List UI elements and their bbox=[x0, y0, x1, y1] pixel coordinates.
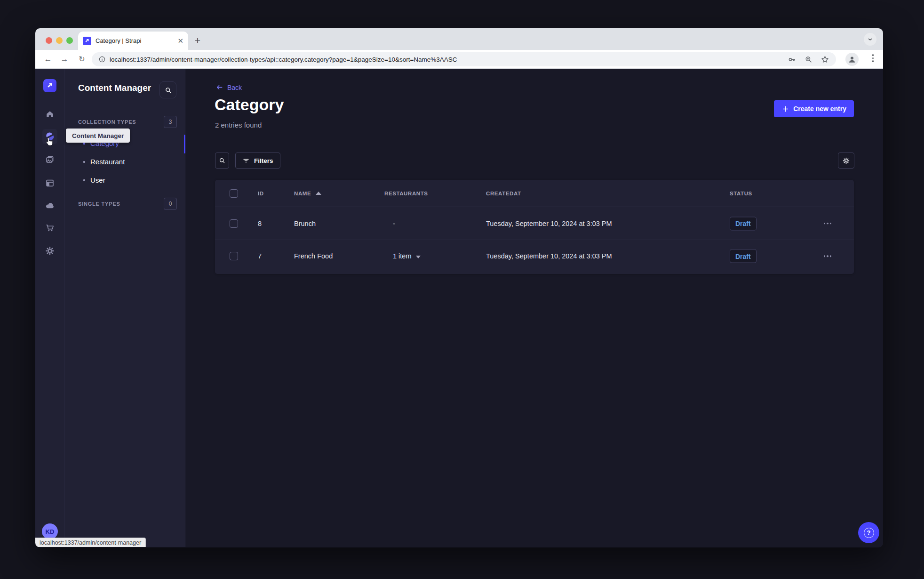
deploy-cloud-nav-icon[interactable] bbox=[42, 198, 57, 213]
cell-name: French Food bbox=[294, 252, 333, 260]
browser-reload-icon[interactable]: ↻ bbox=[76, 55, 88, 64]
collection-types-label: COLLECTION TYPES bbox=[78, 119, 136, 125]
list-search-button[interactable] bbox=[215, 153, 229, 169]
cell-restaurants: - bbox=[393, 220, 395, 227]
back-link[interactable]: Back bbox=[215, 83, 242, 91]
sidebar-divider bbox=[78, 108, 89, 108]
question-mark-icon: ? bbox=[864, 528, 874, 538]
sidebar-item-user[interactable]: User bbox=[83, 176, 105, 184]
select-all-checkbox[interactable] bbox=[230, 189, 238, 198]
search-icon bbox=[164, 86, 172, 94]
window-controls bbox=[46, 37, 73, 44]
home-nav-icon[interactable] bbox=[42, 107, 57, 122]
row-checkbox[interactable] bbox=[230, 219, 238, 228]
marketplace-cart-nav-icon[interactable] bbox=[42, 220, 57, 235]
column-header-name[interactable]: NAME bbox=[294, 191, 321, 196]
close-window-button[interactable] bbox=[46, 37, 52, 44]
strapi-favicon-icon bbox=[83, 37, 91, 45]
bookmark-star-icon[interactable] bbox=[820, 55, 829, 64]
sidebar-search-button[interactable] bbox=[159, 81, 176, 98]
maximize-window-button[interactable] bbox=[66, 37, 73, 44]
minimize-window-button[interactable] bbox=[56, 37, 63, 44]
sidebar-title: Content Manager bbox=[78, 83, 151, 93]
address-bar[interactable]: localhost:1337/admin/content-manager/col… bbox=[92, 52, 836, 66]
filter-icon bbox=[242, 157, 250, 164]
status-badge: Draft bbox=[730, 217, 757, 230]
browser-profile-icon[interactable] bbox=[845, 53, 859, 66]
mouse-cursor-hand bbox=[43, 137, 55, 148]
browser-forward-icon[interactable]: → bbox=[58, 55, 71, 64]
column-header-createdat[interactable]: CREATEDAT bbox=[486, 191, 521, 196]
link-status-bar: localhost:1337/admin/content-manager bbox=[35, 538, 146, 547]
single-types-label: SINGLE TYPES bbox=[78, 201, 120, 207]
table-row[interactable]: 8 Brunch - Tuesday, September 10, 2024 a… bbox=[215, 207, 854, 240]
tab-strip: Category | Strapi ✕ + bbox=[35, 28, 883, 50]
row-checkbox[interactable] bbox=[230, 252, 238, 260]
cell-createdat: Tuesday, September 10, 2024 at 3:03 PM bbox=[486, 252, 612, 260]
entries-table: ID NAME RESTAURANTS CREATEDAT STATUS bbox=[215, 180, 854, 274]
settings-gear-nav-icon[interactable] bbox=[42, 243, 57, 258]
bullet-icon bbox=[83, 143, 85, 145]
column-header-restaurants[interactable]: RESTAURANTS bbox=[384, 191, 428, 196]
rail-divider bbox=[35, 100, 64, 100]
cell-name: Brunch bbox=[294, 220, 316, 227]
cell-id: 7 bbox=[258, 252, 262, 260]
column-header-status[interactable]: STATUS bbox=[730, 191, 752, 196]
row-actions-menu-icon[interactable] bbox=[824, 223, 832, 225]
column-header-id[interactable]: ID bbox=[258, 191, 264, 196]
new-tab-button[interactable]: + bbox=[191, 33, 205, 48]
media-library-nav-icon[interactable] bbox=[42, 152, 57, 167]
help-button[interactable]: ? bbox=[858, 522, 879, 543]
browser-tab[interactable]: Category | Strapi ✕ bbox=[78, 32, 188, 50]
tab-search-chevron-icon[interactable] bbox=[864, 33, 876, 46]
main-nav-rail: KD bbox=[35, 69, 64, 547]
site-info-icon[interactable] bbox=[98, 56, 106, 63]
bullet-icon bbox=[83, 161, 85, 163]
user-avatar[interactable]: KD bbox=[42, 523, 58, 539]
status-badge: Draft bbox=[730, 249, 757, 263]
tab-close-icon[interactable]: ✕ bbox=[177, 37, 183, 45]
entries-count: 2 entries found bbox=[215, 121, 262, 129]
single-types-badge: 0 bbox=[164, 198, 177, 210]
browser-toolbar: ← → ↻ localhost:1337/admin/content-manag… bbox=[35, 50, 883, 69]
view-settings-button[interactable] bbox=[838, 153, 854, 169]
table-row[interactable]: 7 French Food 1 item Tuesday, September … bbox=[215, 240, 854, 272]
table-header-row: ID NAME RESTAURANTS CREATEDAT STATUS bbox=[215, 180, 854, 207]
browser-back-icon[interactable]: ← bbox=[42, 55, 54, 64]
filters-button[interactable]: Filters bbox=[235, 153, 280, 169]
back-arrow-icon bbox=[215, 83, 223, 91]
create-new-entry-button[interactable]: Create new entry bbox=[774, 100, 854, 117]
search-icon bbox=[218, 157, 226, 164]
sort-ascending-icon bbox=[316, 192, 321, 195]
page-title: Category bbox=[215, 96, 284, 114]
tab-title: Category | Strapi bbox=[96, 37, 175, 44]
nav-tooltip: Content Manager bbox=[66, 129, 130, 143]
zoom-page-icon[interactable] bbox=[804, 55, 813, 64]
cell-createdat: Tuesday, September 10, 2024 at 3:03 PM bbox=[486, 220, 612, 227]
password-key-icon[interactable] bbox=[788, 55, 797, 64]
row-actions-menu-icon[interactable] bbox=[824, 255, 832, 257]
browser-menu-icon[interactable] bbox=[872, 54, 874, 62]
browser-window: Category | Strapi ✕ + ← → ↻ localhost:13… bbox=[35, 28, 883, 547]
strapi-logo[interactable] bbox=[43, 79, 56, 92]
gear-icon bbox=[842, 157, 850, 165]
cell-id: 8 bbox=[258, 220, 262, 227]
url-text[interactable]: localhost:1337/admin/content-manager/col… bbox=[110, 56, 782, 63]
desktop-background: Category | Strapi ✕ + ← → ↻ localhost:13… bbox=[0, 0, 924, 579]
bullet-icon bbox=[83, 179, 85, 181]
sidebar-item-restaurant[interactable]: Restaurant bbox=[83, 158, 125, 166]
strapi-app: KD Content Manager COLLECTION TYPES 3 Ca… bbox=[35, 69, 883, 547]
cell-restaurants[interactable]: 1 item bbox=[393, 252, 421, 260]
content-type-builder-nav-icon[interactable] bbox=[42, 176, 57, 191]
collection-types-badge: 3 bbox=[164, 116, 177, 128]
main-content: Back Category 2 entries found Create new… bbox=[185, 69, 883, 547]
expand-caret-icon bbox=[416, 256, 421, 258]
plus-icon bbox=[781, 105, 789, 113]
